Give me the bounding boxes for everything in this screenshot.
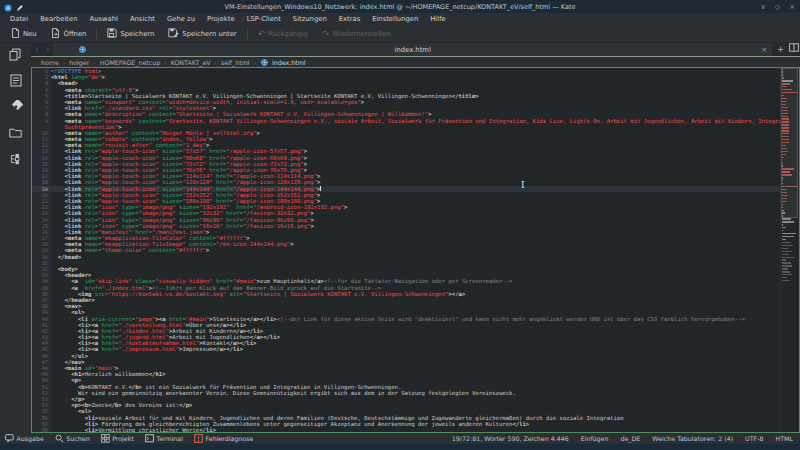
menu-projekte[interactable]: Projekte bbox=[201, 15, 241, 23]
new-file-icon bbox=[11, 28, 20, 40]
tab-forward-arrow-icon[interactable]: › bbox=[42, 43, 53, 56]
sidebar-tool-documents-icon[interactable] bbox=[8, 47, 24, 62]
new-tab-button[interactable]: + bbox=[774, 43, 787, 56]
menu-einstellungen[interactable]: Einstellungen bbox=[366, 15, 424, 23]
menu-gehe-zu[interactable]: Gehe zu bbox=[161, 15, 201, 23]
toolbar-separator bbox=[247, 28, 248, 40]
syntax-mode-status[interactable]: HTML bbox=[775, 435, 793, 442]
menu-sitzungen[interactable]: Sitzungen bbox=[287, 15, 333, 23]
breadcrumb-separator-icon: › bbox=[254, 59, 256, 66]
encoding-status[interactable]: UTF-8 bbox=[745, 435, 763, 442]
kate-window: VM-Einstellungen_Windows10_Netzwerk: ind… bbox=[0, 0, 800, 450]
breadcrumb-segment-home[interactable]: home bbox=[41, 59, 59, 66]
breadcrumb-file[interactable]: index.html bbox=[272, 59, 306, 66]
panel-projekt-button[interactable]: Projekt bbox=[101, 434, 134, 443]
maximize-button[interactable]: ◇ bbox=[775, 3, 780, 11]
panel-button-label: Suchen bbox=[66, 435, 89, 442]
wiederherstellen-button: ↷Wiederherstellen bbox=[315, 28, 397, 40]
panel-fehlerdiagnose-button[interactable]: Fehlerdiagnose bbox=[194, 434, 253, 443]
sidebar-tool-git-icon[interactable] bbox=[8, 99, 24, 114]
breadcrumb-segment-self-html[interactable]: self_html bbox=[221, 59, 250, 66]
bottom-panel-bar: AusgabeSuchenProjektTerminalFehlerdiagno… bbox=[0, 433, 800, 444]
breadcrumb: home›holger›HOMEPAGE_netcup›KONTAKT_eV›s… bbox=[31, 57, 800, 67]
panel-suchen-button[interactable]: Suchen bbox=[55, 434, 90, 443]
menu-datei[interactable]: Datei bbox=[4, 15, 34, 23]
menu-lsp-client[interactable]: LSP-Client bbox=[241, 15, 287, 23]
menu-extras[interactable]: Extras bbox=[333, 15, 366, 23]
toolbar-button-label: Wiederherstellen bbox=[332, 30, 390, 38]
panel-terminal-button[interactable]: Terminal bbox=[145, 434, 183, 443]
panel-button-label: Ausgabe bbox=[17, 435, 44, 442]
diagnostics-icon bbox=[194, 434, 203, 443]
titlebar[interactable]: VM-Einstellungen_Windows10_Netzwerk: ind… bbox=[0, 0, 800, 13]
breadcrumb-segment-holger[interactable]: holger bbox=[69, 59, 89, 66]
tabbar: ‹ › index.html × + bbox=[31, 43, 800, 56]
undo-icon: ↶ bbox=[258, 31, 266, 37]
close-button[interactable]: × bbox=[789, 3, 795, 11]
output-icon bbox=[5, 434, 14, 443]
speichern-button[interactable]: Speichern bbox=[100, 26, 161, 42]
search-icon bbox=[55, 434, 64, 443]
sidebar-tool-file-list-icon[interactable] bbox=[8, 73, 24, 88]
breadcrumb-separator-icon: › bbox=[164, 59, 166, 66]
terminal-icon bbox=[145, 434, 154, 443]
breadcrumb-separator-icon: › bbox=[63, 59, 65, 66]
tab-close-icon[interactable]: × bbox=[761, 46, 767, 54]
sidebar-tool-folder-icon[interactable] bbox=[8, 125, 24, 140]
project-icon bbox=[101, 434, 110, 443]
window-bottom-edge bbox=[0, 444, 800, 450]
redo-icon: ↷ bbox=[322, 31, 330, 37]
toolbar-button-label: Neu bbox=[23, 30, 37, 38]
tab-mode-status[interactable]: Weiche Tabulatoren: 2 (4) bbox=[652, 435, 733, 442]
html-file-icon bbox=[261, 59, 268, 66]
toolbar-button-label: Öffnen bbox=[64, 30, 87, 38]
tab-label: index.html bbox=[53, 46, 772, 54]
panel-button-label: Projekt bbox=[112, 435, 134, 442]
cursor-position-status[interactable]: 19/72:81, Wörter 590, Zeichen 4.446 bbox=[452, 435, 569, 442]
speichern-unter-button[interactable]: Speichern unter bbox=[161, 26, 243, 42]
window-title: VM-Einstellungen_Windows10_Netzwerk: ind… bbox=[100, 3, 700, 11]
menu-bearbeiten[interactable]: Bearbeiten bbox=[34, 15, 83, 23]
minimap-viewport[interactable] bbox=[781, 68, 798, 218]
menu-ansicht[interactable]: Ansicht bbox=[124, 15, 161, 23]
menu-hilfe[interactable]: Hilfe bbox=[424, 15, 451, 23]
breadcrumb-segment-homepage-netcup[interactable]: HOMEPAGE_netcup bbox=[100, 59, 160, 66]
breadcrumb-segment-kontakt-ev[interactable]: KONTAKT_eV bbox=[171, 59, 211, 66]
input-mode-status[interactable]: Einfügen bbox=[581, 435, 609, 442]
toolbar-button-label: Speichern unter bbox=[182, 30, 236, 38]
panel-ausgabe-button[interactable]: Ausgabe bbox=[5, 434, 44, 443]
toolbar-button-label: Rückgängig bbox=[268, 30, 308, 38]
toolbar-separator bbox=[96, 28, 97, 40]
split-view-icon[interactable] bbox=[787, 43, 800, 56]
menu-auswahl[interactable]: Auswahl bbox=[83, 15, 123, 23]
dictionary-status[interactable]: de_DE bbox=[620, 435, 640, 442]
open-file-icon bbox=[51, 28, 61, 40]
öffnen-button[interactable]: Öffnen bbox=[44, 26, 94, 42]
panel-button-label: Terminal bbox=[156, 435, 183, 442]
tab-index-html[interactable]: index.html × bbox=[53, 43, 772, 56]
breadcrumb-separator-icon: › bbox=[93, 59, 95, 66]
neu-button[interactable]: Neu bbox=[4, 26, 44, 42]
minimap-scrollbar[interactable] bbox=[780, 68, 799, 432]
menubar: DateiBearbeitenAuswahlAnsichtGehe zuProj… bbox=[0, 13, 800, 25]
sidebar-tool-project-tree-icon[interactable] bbox=[8, 151, 24, 166]
code-editor[interactable]: 1<!DOCTYPE html>2<html lang="de">3 <head… bbox=[31, 67, 800, 433]
text-caret bbox=[320, 186, 321, 191]
tool-sidebar bbox=[0, 43, 31, 433]
tab-back-arrow-icon[interactable]: ‹ bbox=[31, 43, 42, 56]
toolbar: NeuÖffnenSpeichernSpeichern unter↶Rückgä… bbox=[0, 25, 800, 43]
save-icon bbox=[107, 28, 117, 40]
breadcrumb-separator-icon: › bbox=[215, 59, 217, 66]
minimize-button[interactable]: ∨ bbox=[761, 3, 766, 11]
save-as-icon bbox=[168, 28, 179, 40]
rückgängig-button: ↶Rückgängig bbox=[251, 28, 315, 40]
panel-button-label: Fehlerdiagnose bbox=[205, 435, 253, 442]
statusbar: 19/72:81, Wörter 590, Zeichen 4.446 Einf… bbox=[452, 435, 800, 442]
toolbar-button-label: Speichern bbox=[120, 30, 154, 38]
